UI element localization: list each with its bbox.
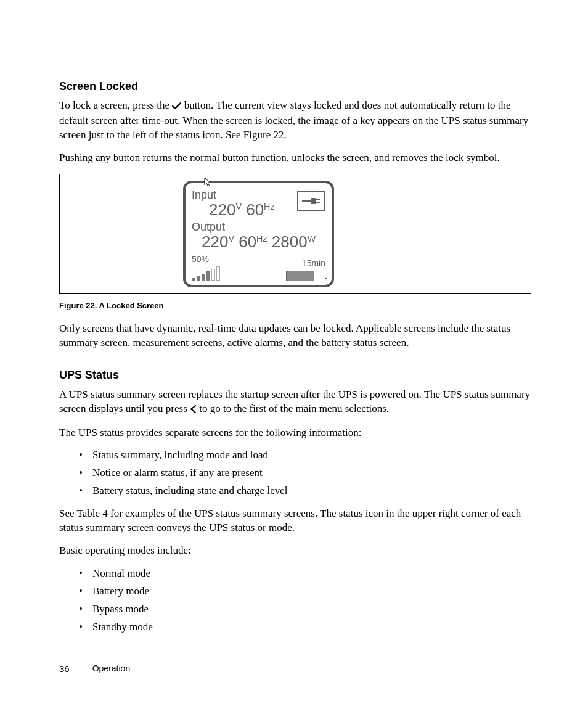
watt-unit: W bbox=[308, 234, 316, 244]
battery-icon bbox=[286, 271, 325, 281]
ups-display-screen: Input 220V 60Hz bbox=[183, 181, 334, 287]
paragraph: Pushing any button returns the normal bu… bbox=[59, 151, 531, 165]
heading-screen-locked: Screen Locked bbox=[59, 79, 531, 94]
hz-unit: Hz bbox=[264, 202, 274, 211]
output-label: Output bbox=[192, 221, 325, 232]
document-page: Screen Locked To lock a screen, press th… bbox=[0, 0, 588, 706]
page-footer: 36 Operation bbox=[59, 663, 130, 675]
list-item: Status summary, including mode and load bbox=[59, 448, 531, 462]
list-item: Standby mode bbox=[59, 620, 531, 634]
cursor-icon bbox=[203, 177, 213, 192]
battery-meter: 15min bbox=[286, 258, 325, 281]
figure-caption: Figure 22. A Locked Screen bbox=[59, 300, 531, 311]
text: To lock a screen, press the bbox=[59, 99, 172, 111]
paragraph: Basic operating modes include: bbox=[59, 544, 531, 558]
svg-rect-1 bbox=[311, 198, 316, 204]
load-bars-icon bbox=[192, 266, 220, 281]
output-voltage: 220 bbox=[202, 232, 228, 251]
volt-unit: V bbox=[235, 202, 242, 211]
list-item: Battery status, including state and char… bbox=[59, 484, 531, 498]
paragraph: See Table 4 for examples of the UPS stat… bbox=[59, 507, 531, 535]
input-value: 220V 60Hz bbox=[192, 202, 297, 218]
load-meter: 50% bbox=[192, 253, 220, 281]
output-power: 2800 bbox=[272, 232, 308, 251]
bullet-list: Status summary, including mode and load … bbox=[59, 448, 531, 498]
input-freq: 60 bbox=[246, 200, 264, 219]
plug-icon bbox=[297, 191, 325, 211]
page-number: 36 bbox=[59, 663, 70, 675]
footer-divider bbox=[81, 663, 81, 675]
list-item: Battery mode bbox=[59, 585, 531, 599]
heading-ups-status: UPS Status bbox=[59, 367, 531, 382]
paragraph: A UPS status summary screen replaces the… bbox=[59, 388, 531, 417]
paragraph: The UPS status provides separate screens… bbox=[59, 426, 531, 440]
load-percent: 50% bbox=[192, 253, 220, 265]
battery-fill bbox=[287, 271, 314, 281]
output-value: 220V 60Hz 2800W bbox=[192, 234, 325, 250]
input-voltage: 220 bbox=[209, 200, 235, 219]
volt-unit: V bbox=[228, 234, 234, 244]
chapter-name: Operation bbox=[92, 663, 130, 675]
figure-container: Input 220V 60Hz bbox=[59, 174, 531, 294]
bullet-list: Normal mode Battery mode Bypass mode Sta… bbox=[59, 567, 531, 634]
hz-unit: Hz bbox=[256, 234, 267, 244]
chevron-left-icon bbox=[190, 403, 197, 417]
list-item: Notice or alarm status, if any are prese… bbox=[59, 466, 531, 480]
check-icon bbox=[172, 100, 181, 114]
text: to go to the first of the main menu sele… bbox=[197, 403, 389, 414]
list-item: Normal mode bbox=[59, 567, 531, 581]
list-item: Bypass mode bbox=[59, 602, 531, 617]
runtime-label: 15min bbox=[286, 258, 325, 269]
paragraph: Only screens that have dynamic, real-tim… bbox=[59, 322, 531, 350]
output-freq: 60 bbox=[239, 232, 256, 251]
paragraph: To lock a screen, press the button. The … bbox=[59, 99, 531, 142]
